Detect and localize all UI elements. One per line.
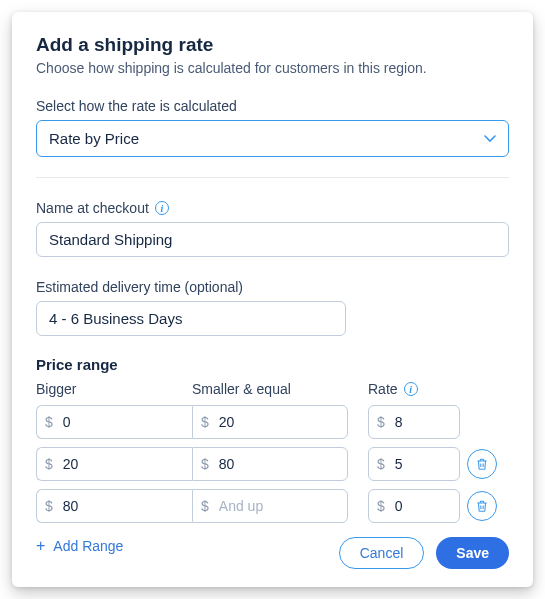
currency-symbol: $ — [45, 456, 53, 472]
info-icon[interactable]: i — [155, 201, 169, 215]
smaller-cell: $ — [192, 489, 348, 523]
rate-calc-select[interactable]: Rate by Price — [36, 120, 509, 157]
rate-calc-value: Rate by Price — [49, 130, 139, 147]
cancel-button[interactable]: Cancel — [339, 537, 425, 569]
range-rows: $$$$$$$$$ — [36, 405, 509, 523]
dialog-title: Add a shipping rate — [36, 34, 509, 56]
name-label: Name at checkout i — [36, 200, 509, 216]
bigger-input[interactable] — [61, 455, 184, 473]
smaller-cell: $ — [192, 405, 348, 439]
rate-cell: $ — [368, 489, 460, 523]
currency-symbol: $ — [201, 414, 209, 430]
smaller-cell: $ — [192, 447, 348, 481]
bigger-cell: $ — [36, 447, 192, 481]
plus-icon: + — [36, 537, 45, 555]
currency-symbol: $ — [45, 498, 53, 514]
rate-input[interactable] — [393, 455, 451, 473]
currency-symbol: $ — [201, 456, 209, 472]
save-button[interactable]: Save — [436, 537, 509, 569]
delivery-label: Estimated delivery time (optional) — [36, 279, 509, 295]
divider — [36, 177, 509, 178]
chevron-down-icon — [484, 135, 496, 143]
currency-symbol: $ — [201, 498, 209, 514]
rate-input[interactable] — [393, 497, 451, 515]
bigger-input[interactable] — [61, 413, 184, 431]
currency-symbol: $ — [377, 414, 385, 430]
col-bigger: Bigger — [36, 381, 192, 397]
name-input[interactable] — [36, 222, 509, 257]
dialog-subtitle: Choose how shipping is calculated for cu… — [36, 60, 509, 76]
trash-icon — [475, 499, 489, 513]
dialog-footer: Cancel Save — [339, 537, 509, 569]
currency-symbol: $ — [377, 498, 385, 514]
delete-range-button[interactable] — [467, 449, 497, 479]
rate-input[interactable] — [393, 413, 451, 431]
smaller-input[interactable] — [217, 497, 339, 515]
trash-icon — [475, 457, 489, 471]
currency-symbol: $ — [377, 456, 385, 472]
smaller-input[interactable] — [217, 455, 339, 473]
bigger-cell: $ — [36, 405, 192, 439]
info-icon[interactable]: i — [404, 382, 418, 396]
name-label-text: Name at checkout — [36, 200, 149, 216]
shipping-rate-dialog: Add a shipping rate Choose how shipping … — [12, 12, 533, 587]
smaller-input[interactable] — [217, 413, 339, 431]
range-row: $$$ — [36, 447, 509, 481]
bigger-input[interactable] — [61, 497, 184, 515]
bigger-cell: $ — [36, 489, 192, 523]
rate-cell: $ — [368, 447, 460, 481]
add-range-label: Add Range — [53, 538, 123, 554]
range-header: Bigger Smaller & equal Rate i — [36, 381, 509, 397]
rate-cell: $ — [368, 405, 460, 439]
currency-symbol: $ — [45, 414, 53, 430]
col-rate: Rate — [368, 381, 398, 397]
delivery-input[interactable] — [36, 301, 346, 336]
price-range-title: Price range — [36, 356, 509, 373]
range-row: $$$ — [36, 489, 509, 523]
delete-range-button[interactable] — [467, 491, 497, 521]
col-smaller: Smaller & equal — [192, 381, 348, 397]
range-row: $$$ — [36, 405, 509, 439]
rate-calc-label: Select how the rate is calculated — [36, 98, 509, 114]
